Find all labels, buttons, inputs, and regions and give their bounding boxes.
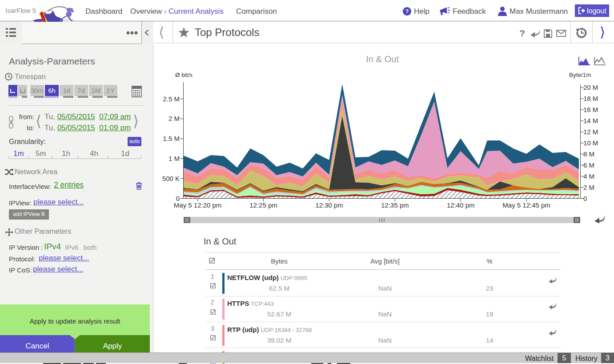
svg-text:16 M: 16 M (583, 106, 598, 113)
svg-text:0: 0 (176, 195, 180, 202)
svg-text:12:35 pm: 12:35 pm (381, 201, 409, 209)
svg-text:1.5 M: 1.5 M (163, 135, 180, 142)
svg-text:20 M: 20 M (583, 84, 598, 91)
svg-text:6 M: 6 M (583, 161, 594, 169)
svg-text:1 M: 1 M (169, 155, 180, 162)
svg-text:?: ? (405, 8, 409, 15)
svg-text:May 5 12:45 pm: May 5 12:45 pm (502, 201, 550, 209)
svg-text:8 M: 8 M (583, 150, 594, 158)
svg-text:0: 0 (583, 195, 587, 202)
svg-text:May 5 12:20 pm: May 5 12:20 pm (174, 201, 222, 209)
svg-text:2 M: 2 M (583, 184, 594, 191)
svg-text:14 M: 14 M (583, 117, 598, 124)
svg-text:12:25 pm: 12:25 pm (249, 201, 277, 209)
svg-text:12 M: 12 M (583, 128, 598, 136)
svg-text:500 K: 500 K (162, 175, 180, 182)
svg-text:2 M: 2 M (169, 115, 180, 122)
svg-text:12:40 pm: 12:40 pm (447, 201, 475, 209)
svg-text:12:30 pm: 12:30 pm (315, 201, 343, 209)
svg-text:4 M: 4 M (583, 172, 594, 180)
svg-text:Apply: Apply (103, 342, 122, 350)
svg-text:18 M: 18 M (583, 95, 598, 102)
svg-text:10 M: 10 M (583, 139, 598, 147)
svg-text:Cancel: Cancel (26, 342, 49, 350)
svg-text:2.5 M: 2.5 M (163, 95, 180, 103)
